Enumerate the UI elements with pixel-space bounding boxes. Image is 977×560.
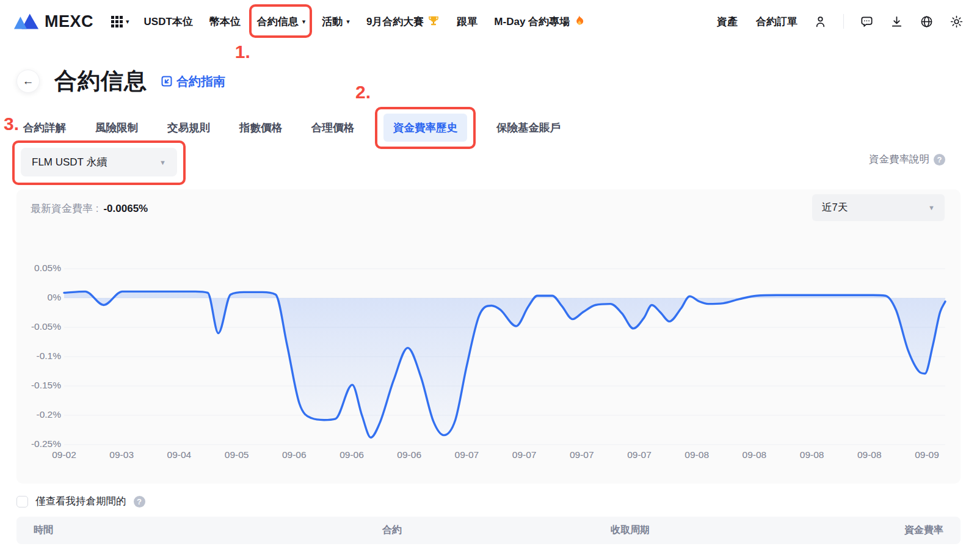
funding-rate-help-label: 資金費率說明 <box>869 153 929 166</box>
tab-6[interactable]: 資金費率歷史2. <box>383 114 467 142</box>
table-header-interval: 收取周期 <box>584 524 676 537</box>
tab-2[interactable]: 風險限制 <box>95 120 138 135</box>
x-tick-label: 09-06 <box>324 449 379 460</box>
flame-icon <box>573 15 585 28</box>
latest-funding-rate: 最新資金費率 : -0.0065% <box>31 202 148 216</box>
mexc-funding-rate-page: 0.05%0%-0.05%-0.1%-0.15%-0.2%-0.25% 09-0… <box>0 0 977 560</box>
nav-item-6[interactable]: 跟單 <box>457 15 478 29</box>
chevron-down-icon: ▾ <box>302 18 306 26</box>
language-button[interactable] <box>920 15 934 29</box>
time-range-value: 近7天 <box>822 201 848 214</box>
support-chat-button[interactable] <box>860 15 874 29</box>
position-filter-row: 僅查看我持倉期間的 ? <box>16 495 145 508</box>
x-tick-label: 09-06 <box>382 449 437 460</box>
chevron-down-icon: ▼ <box>159 159 166 166</box>
x-tick-label: 09-08 <box>842 449 897 460</box>
nav-item-label: 活動 <box>322 15 343 29</box>
x-tick-label: 09-07 <box>612 449 667 460</box>
x-tick-label: 09-07 <box>497 449 552 460</box>
nav-item-label: 合約信息 <box>257 15 299 29</box>
tab-label: 交易規則 <box>167 122 210 134</box>
tab-label: 合理價格 <box>311 122 354 134</box>
time-range-select[interactable]: 近7天 ▼ <box>812 194 945 221</box>
x-tick-label: 09-05 <box>209 449 264 460</box>
y-tick-label: -0.05% <box>9 321 61 332</box>
tab-3[interactable]: 交易規則 <box>167 120 210 135</box>
nav-item-1[interactable]: USDT本位 <box>144 15 193 29</box>
nav-item-5[interactable]: 9月合約大賽 <box>366 15 440 29</box>
only-my-positions-checkbox[interactable] <box>16 496 28 507</box>
top-right-links: 資產合約訂單 <box>717 15 797 29</box>
brand-name: MEXC <box>45 12 93 31</box>
tab-label: 合約詳解 <box>23 122 66 134</box>
funding-rate-panel: 最新資金費率 : -0.0065% 近7天 ▼ <box>16 189 961 484</box>
x-tick-label: 09-07 <box>439 449 494 460</box>
top-link-1[interactable]: 資產 <box>717 15 738 29</box>
tab-1[interactable]: 合約詳解 <box>23 120 66 135</box>
nav-item-label: 跟單 <box>457 15 478 29</box>
chevron-down-icon: ▼ <box>928 204 935 211</box>
latest-funding-rate-value: -0.0065% <box>103 203 148 215</box>
globe-icon <box>920 15 934 29</box>
x-tick-label: 09-06 <box>267 449 322 460</box>
guide-link-label: 合約指南 <box>176 73 225 90</box>
nav-item-3[interactable]: 合約信息▾1. <box>257 15 306 29</box>
tab-label: 資金費率歷史 <box>393 122 457 134</box>
tab-label: 風險限制 <box>95 122 138 134</box>
tab-4[interactable]: 指數價格 <box>239 120 282 135</box>
tab-bar: 3. 合約詳解風險限制交易規則指數價格合理價格資金費率歷史2.保險基金賬戶 <box>0 114 561 142</box>
page-header: ← 合約信息 合約指南 <box>16 66 225 96</box>
y-tick-label: 0% <box>9 292 61 303</box>
y-tick-label: -0.1% <box>9 351 61 362</box>
profile-button[interactable] <box>813 15 827 29</box>
x-tick-label: 09-07 <box>554 449 609 460</box>
grid-icon <box>111 15 123 28</box>
y-tick-label: -0.15% <box>9 380 61 391</box>
top-link-2[interactable]: 合約訂單 <box>756 15 797 29</box>
x-tick-label: 09-09 <box>899 449 954 460</box>
question-icon: ? <box>934 154 945 165</box>
guide-icon <box>161 75 173 87</box>
x-tick-label: 09-08 <box>727 449 782 460</box>
question-icon[interactable]: ? <box>134 496 145 507</box>
tab-7[interactable]: 保險基金賬戶 <box>496 120 561 135</box>
apps-grid-button[interactable]: ▾ <box>111 15 129 28</box>
annotation-step-1: 1. <box>235 42 250 62</box>
nav-item-7[interactable]: M-Day 合約專場 <box>494 15 585 29</box>
funding-history-table-header: 時間 合約 收取周期 資金費率 <box>16 517 961 544</box>
table-header-rate: 資金費率 <box>904 524 943 537</box>
page-title: 合約信息 <box>54 66 147 96</box>
nav-item-2[interactable]: 幣本位 <box>209 15 241 29</box>
nav-item-label: USDT本位 <box>144 15 193 29</box>
theme-toggle-button[interactable] <box>950 15 964 29</box>
theme-sun-icon <box>950 15 964 29</box>
mexc-logo[interactable]: MEXC <box>13 12 93 31</box>
y-tick-label: -0.25% <box>9 438 61 449</box>
mexc-logo-icon <box>13 12 39 31</box>
x-tick-label: 09-08 <box>669 449 724 460</box>
chevron-down-icon: ▾ <box>346 18 350 26</box>
download-app-button[interactable] <box>890 15 904 29</box>
tab-5[interactable]: 合理價格 <box>311 120 354 135</box>
chat-icon <box>860 15 874 29</box>
download-icon <box>890 15 904 29</box>
tab-label: 保險基金賬戶 <box>496 122 561 134</box>
contract-select-row: FLM USDT 永續 ▼ <box>21 148 177 176</box>
nav-item-label: 幣本位 <box>209 15 241 29</box>
contract-select-value: FLM USDT 永續 <box>32 155 107 169</box>
divider <box>843 14 844 29</box>
x-tick-label: 09-04 <box>151 449 206 460</box>
back-button[interactable]: ← <box>16 70 40 93</box>
contract-guide-link[interactable]: 合約指南 <box>161 73 225 90</box>
funding-rate-help[interactable]: 資金費率說明 ? <box>869 153 945 166</box>
nav-item-label: 9月合約大賽 <box>366 15 424 29</box>
nav-item-4[interactable]: 活動▾ <box>322 15 350 29</box>
contract-select[interactable]: FLM USDT 永續 ▼ <box>21 148 177 176</box>
back-arrow-icon: ← <box>23 75 34 88</box>
x-tick-label: 09-03 <box>94 449 149 460</box>
annotation-step-3: 3. <box>4 114 19 134</box>
user-icon <box>813 15 827 29</box>
x-tick-label: 09-02 <box>37 449 92 460</box>
nav-item-label: M-Day 合約專場 <box>494 15 570 29</box>
trophy-icon <box>427 15 440 28</box>
